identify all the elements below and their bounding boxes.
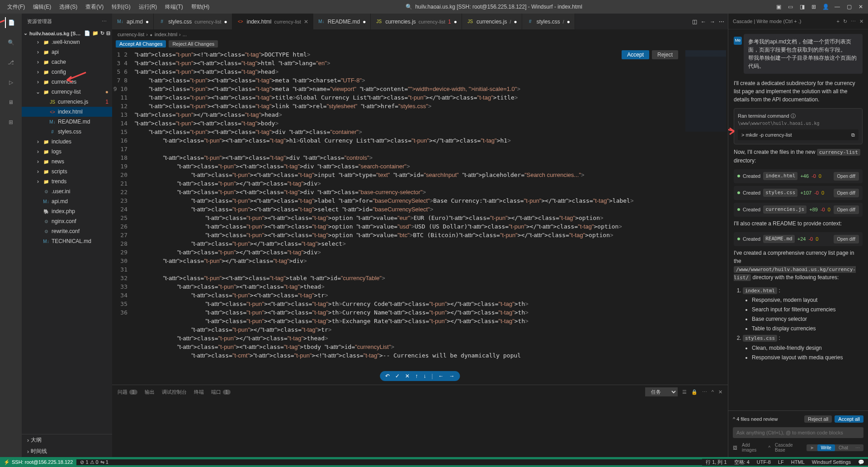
menu-item[interactable]: 终端(T)	[161, 1, 186, 13]
image-icon[interactable]: 🖼	[733, 445, 737, 450]
tree-item[interactable]: ›📁includes	[22, 137, 112, 147]
minimize-icon[interactable]: —	[834, 3, 841, 10]
editor-tab[interactable]: JScurrencies.js/●	[462, 14, 522, 29]
send-icon[interactable]: ➤	[807, 444, 817, 451]
tree-item[interactable]: M↓README.md	[22, 117, 112, 127]
back-icon[interactable]: ←	[701, 19, 706, 25]
tree-item[interactable]: ›📁.well-known	[22, 37, 112, 47]
tree-item[interactable]: ⚙.user.ini	[22, 186, 112, 196]
problems-status[interactable]: ⊘ 1 ⚠ 0	[80, 459, 98, 465]
new-file-icon[interactable]: 📄	[84, 30, 90, 36]
tree-item[interactable]: ⚙rewrite.conf	[22, 226, 112, 236]
menu-item[interactable]: 运行(R)	[135, 1, 161, 13]
sidebar-root[interactable]: ⌄ huilv.haoai.us.kg [SSH: ro... 📄 📁 ↻ ⊟	[22, 29, 112, 37]
search-act-icon[interactable]: 🔍	[5, 37, 16, 48]
close-cascade-icon[interactable]: ✕	[859, 19, 863, 24]
editor-tab[interactable]: #styles.csscurrency-list●	[154, 14, 232, 29]
tree-item[interactable]: ›📁scripts	[22, 167, 112, 176]
accept-all-button-2[interactable]: Accept all	[835, 415, 863, 423]
panel-tab[interactable]: 端口 1	[211, 389, 231, 396]
outline-section[interactable]: ›大纲	[22, 434, 112, 446]
tree-item[interactable]: ⚙nginx.conf	[22, 216, 112, 226]
plus-icon[interactable]: +	[837, 19, 840, 24]
menu-item[interactable]: 查看(V)	[82, 1, 107, 13]
more-mode-icon[interactable]: ⋯	[852, 444, 863, 451]
editor-tab[interactable]: M↓README.md●	[313, 14, 371, 29]
tree-item[interactable]: M↓api.md	[22, 196, 112, 206]
close-icon[interactable]: ✕	[857, 3, 864, 10]
open-diff-button[interactable]: Open diff	[834, 205, 859, 214]
account-icon[interactable]: 👤	[822, 3, 829, 10]
feedback-icon[interactable]: 💬	[854, 459, 868, 466]
tree-item[interactable]: ›📁cache	[22, 57, 112, 67]
ask-input[interactable]	[733, 427, 863, 438]
tree-item[interactable]: ›📁config	[22, 67, 112, 77]
explorer-icon[interactable]: 📄	[5, 17, 16, 28]
filter-icon[interactable]: ☰	[682, 389, 687, 395]
debug-icon[interactable]: ▷	[5, 77, 16, 88]
menu-item[interactable]: 文件(F)	[4, 1, 28, 13]
windsurf-status[interactable]: Windsurf Settings	[808, 459, 854, 466]
check-icon[interactable]: ✓	[395, 373, 400, 379]
eol-status[interactable]: LF	[774, 459, 788, 466]
maximize-icon[interactable]: ▢	[845, 3, 853, 10]
indent-status[interactable]: 空格: 4	[731, 459, 753, 466]
remote-indicator[interactable]: ⚡ SSH: root@156.225.18.122	[0, 457, 76, 467]
mode-toggle[interactable]: ➤ Write Chat ⋯	[807, 444, 863, 451]
more-tabs-icon[interactable]: ⋯	[719, 19, 724, 25]
new-folder-icon[interactable]: 📁	[92, 30, 99, 36]
chat-mode[interactable]: Chat	[835, 444, 852, 451]
close-tab-icon[interactable]: ✕	[304, 19, 308, 25]
x-icon[interactable]: ✕	[405, 373, 410, 379]
minimap[interactable]	[683, 48, 728, 385]
menu-item[interactable]: 帮助(H)	[188, 1, 213, 13]
editor-tab[interactable]: <>index.htmlcurrency-list✕	[232, 14, 313, 29]
timeline-section[interactable]: ›时间线	[22, 446, 112, 457]
menu-item[interactable]: 编辑(E)	[29, 1, 55, 13]
accept-all-button[interactable]: Accept All Changes	[116, 40, 166, 48]
history-icon[interactable]: ↻	[843, 19, 847, 24]
lang-status[interactable]: HTML	[788, 459, 808, 466]
editor-tab[interactable]: JScurrencies.jscurrency-list1●	[371, 14, 462, 29]
prev-icon[interactable]: ←	[439, 373, 444, 379]
tree-item[interactable]: M↓TECHNICAL.md	[22, 236, 112, 246]
open-diff-button[interactable]: Open diff	[834, 235, 859, 243]
editor-tab[interactable]: #styles.css/●	[522, 14, 575, 29]
tree-item[interactable]: 🐘index.php	[22, 206, 112, 216]
cursor-pos[interactable]: 行 1, 列 1	[702, 459, 730, 466]
panel-icon[interactable]: ▭	[787, 3, 794, 10]
grid-icon[interactable]: ⊞	[810, 3, 817, 10]
collapse-icon[interactable]: ⊟	[106, 30, 110, 36]
write-mode[interactable]: Write	[817, 444, 835, 451]
tree-item[interactable]: JScurrencies.js1	[22, 97, 112, 107]
close-panel-icon[interactable]: ✕	[718, 389, 722, 395]
info-icon[interactable]: ⓘ	[791, 113, 796, 119]
reject-button[interactable]: Reject	[652, 50, 678, 59]
tree-item[interactable]: <>index.html	[22, 107, 112, 117]
menu-item[interactable]: 选择(S)	[56, 1, 81, 13]
more-panel-icon[interactable]: ⋯	[702, 389, 707, 395]
accept-button[interactable]: Accept	[622, 50, 649, 59]
code-content[interactable]: "t-attr">class="t-pun"><!"t-attr">class=…	[135, 48, 683, 385]
refresh-icon[interactable]: ↻	[100, 30, 104, 36]
up-icon[interactable]: ↑	[415, 373, 418, 379]
ports-status[interactable]: ⇋ 1	[100, 459, 108, 465]
scm-icon[interactable]: ⎇	[5, 57, 16, 68]
more-cascade-icon[interactable]: ⋯	[851, 19, 856, 24]
reject-all-button-2[interactable]: Reject all	[804, 415, 832, 423]
panel-tab[interactable]: 问题 1	[118, 389, 137, 396]
revert-icon[interactable]: ↶	[385, 373, 390, 379]
panel-tab[interactable]: 调试控制台	[162, 389, 187, 396]
lock-icon[interactable]: 🔒	[691, 389, 698, 395]
more-icon[interactable]: ⋯	[102, 19, 107, 24]
open-diff-button[interactable]: Open diff	[834, 189, 859, 197]
tree-item[interactable]: ›📁logs	[22, 147, 112, 157]
panel-tab[interactable]: 输出	[145, 389, 155, 396]
tree-item[interactable]: ›📁trends	[22, 176, 112, 186]
split-icon[interactable]: ◫	[692, 19, 697, 25]
remote-icon[interactable]: 🖥	[5, 97, 16, 108]
panel-tab[interactable]: 终端	[194, 389, 204, 396]
tree-item[interactable]: #styles.css	[22, 127, 112, 137]
tree-item[interactable]: ›📁news	[22, 157, 112, 167]
editor-tab[interactable]: M↓api.md●	[112, 14, 154, 29]
